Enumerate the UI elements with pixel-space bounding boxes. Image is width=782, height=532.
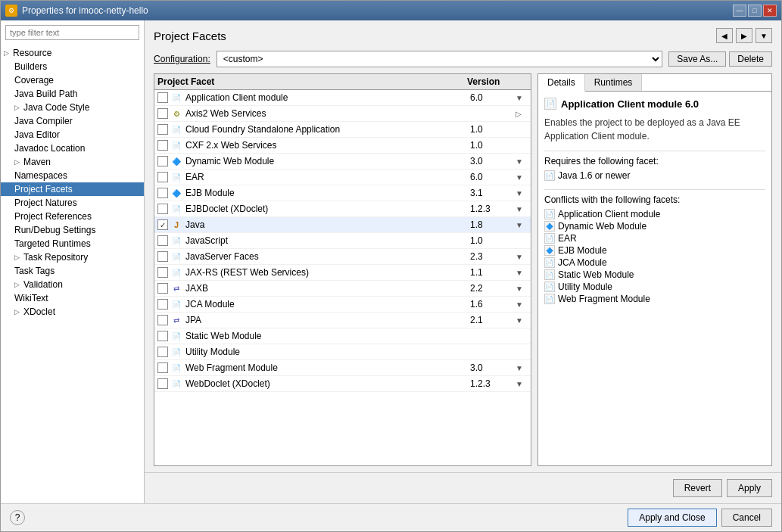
sidebar-item-label: Builders bbox=[14, 61, 47, 72]
sidebar-item-project-natures[interactable]: Project Natures bbox=[1, 196, 144, 210]
facet-row[interactable]: 📄 Application Client module 6.0 ▼ bbox=[154, 90, 531, 106]
sidebar-item-namespaces[interactable]: Namespaces bbox=[1, 169, 144, 182]
facet-checkbox[interactable] bbox=[157, 315, 168, 325]
panel-header: Project Facets ◀ ▶ ▼ bbox=[145, 20, 781, 48]
facet-checkbox[interactable] bbox=[157, 378, 168, 389]
facet-checkbox[interactable] bbox=[157, 251, 168, 262]
dropdown-arrow-icon[interactable]: ▼ bbox=[516, 189, 528, 198]
sidebar-item-xdoclet[interactable]: ▷ XDoclet bbox=[1, 305, 144, 319]
sidebar-item-java-code-style[interactable]: ▷ Java Code Style bbox=[1, 101, 144, 114]
dropdown-arrow-icon[interactable]: ▼ bbox=[516, 285, 528, 293]
facet-row[interactable]: ⚙ Axis2 Web Services ▷ bbox=[154, 106, 531, 122]
facet-checkbox[interactable] bbox=[157, 347, 168, 357]
facet-checkbox[interactable] bbox=[157, 362, 168, 373]
dropdown-arrow-icon[interactable]: ▼ bbox=[516, 364, 528, 372]
facet-row[interactable]: 📄 CXF 2.x Web Services 1.0 bbox=[154, 138, 531, 154]
dropdown-arrow-icon[interactable]: ▼ bbox=[516, 380, 528, 388]
cancel-button[interactable]: Cancel bbox=[721, 509, 772, 527]
dropdown-arrow-icon[interactable]: ▼ bbox=[516, 253, 528, 261]
sidebar-item-coverage[interactable]: Coverage bbox=[1, 73, 144, 87]
facet-checkbox[interactable] bbox=[157, 188, 168, 198]
revert-button[interactable]: Revert bbox=[673, 479, 722, 497]
minimize-button[interactable]: — bbox=[733, 5, 746, 17]
delete-button[interactable]: Delete bbox=[729, 51, 772, 67]
menu-button[interactable]: ▼ bbox=[756, 28, 772, 43]
list-item: 📄 Utility Module bbox=[544, 281, 765, 293]
facet-version: 2.1 bbox=[470, 315, 516, 325]
facet-row[interactable]: 📄 Web Fragment Module 3.0 ▼ bbox=[154, 360, 531, 376]
facet-checkbox[interactable] bbox=[157, 140, 168, 151]
facet-checkbox[interactable] bbox=[157, 108, 168, 119]
dropdown-arrow-icon[interactable]: ▼ bbox=[516, 157, 528, 166]
sidebar-item-java-compiler[interactable]: Java Compiler bbox=[1, 114, 144, 128]
tab-details[interactable]: Details bbox=[538, 74, 585, 92]
panel-title: Project Facets bbox=[154, 30, 226, 42]
facet-checkbox[interactable] bbox=[157, 283, 168, 294]
facet-checkbox[interactable] bbox=[157, 124, 168, 135]
dropdown-arrow-icon[interactable]: ▼ bbox=[516, 316, 528, 325]
facet-row[interactable]: ✓ J Java 1.8 ▼ bbox=[154, 217, 531, 233]
sidebar-item-run-debug-settings[interactable]: Run/Debug Settings bbox=[1, 223, 144, 237]
facet-row[interactable]: 📄 WebDoclet (XDoclet) 1.2.3 ▼ bbox=[154, 376, 531, 392]
filter-input[interactable] bbox=[5, 25, 139, 40]
save-as-button[interactable]: Save As... bbox=[668, 51, 726, 67]
sidebar-item-java-build-path[interactable]: Java Build Path bbox=[1, 87, 144, 101]
facet-row[interactable]: 📄 JAX-RS (REST Web Services) 1.1 ▼ bbox=[154, 265, 531, 281]
facet-row[interactable]: 📄 Utility Module bbox=[154, 344, 531, 360]
sidebar-item-resource[interactable]: ▷ Resource bbox=[1, 46, 144, 60]
sidebar-item-project-references[interactable]: Project References bbox=[1, 210, 144, 223]
facet-icon: 📄 bbox=[170, 250, 182, 263]
facet-checkbox[interactable]: ✓ bbox=[157, 219, 168, 230]
facet-row[interactable]: 🔷 EJB Module 3.1 ▼ bbox=[154, 185, 531, 201]
tab-runtimes[interactable]: Runtimes bbox=[585, 74, 643, 91]
dropdown-arrow-icon[interactable]: ▼ bbox=[516, 205, 528, 213]
close-button[interactable]: ✕ bbox=[763, 5, 777, 17]
facet-checkbox[interactable] bbox=[157, 267, 168, 278]
dropdown-arrow-icon[interactable]: ▼ bbox=[516, 300, 528, 309]
dropdown-arrow-icon[interactable]: ▼ bbox=[516, 221, 528, 229]
sidebar-item-task-repository[interactable]: ▷ Task Repository bbox=[1, 250, 144, 264]
facet-row[interactable]: ⇄ JAXB 2.2 ▼ bbox=[154, 281, 531, 297]
facet-row[interactable]: 📄 JavaScript 1.0 bbox=[154, 233, 531, 249]
sidebar-item-java-editor[interactable]: Java Editor bbox=[1, 128, 144, 142]
sidebar-item-project-facets[interactable]: Project Facets bbox=[1, 182, 144, 196]
right-panel: Project Facets ◀ ▶ ▼ Configuration: <cus… bbox=[145, 20, 781, 503]
sidebar-item-maven[interactable]: ▷ Maven bbox=[1, 155, 144, 169]
apply-button[interactable]: Apply bbox=[727, 479, 772, 497]
sidebar-item-javadoc-location[interactable]: Javadoc Location bbox=[1, 142, 144, 155]
facet-checkbox[interactable] bbox=[157, 235, 168, 246]
sidebar-item-validation[interactable]: ▷ Validation bbox=[1, 278, 144, 291]
sidebar-item-targeted-runtimes[interactable]: Targeted Runtimes bbox=[1, 237, 144, 250]
facet-row[interactable]: 📄 EAR 6.0 ▼ bbox=[154, 170, 531, 185]
facet-checkbox[interactable] bbox=[157, 92, 168, 103]
dropdown-arrow-icon[interactable]: ▼ bbox=[516, 94, 528, 102]
facet-checkbox[interactable] bbox=[157, 299, 168, 310]
facet-row[interactable]: 📄 JavaServer Faces 2.3 ▼ bbox=[154, 249, 531, 265]
sidebar-item-builders[interactable]: Builders bbox=[1, 60, 144, 73]
facet-checkbox[interactable] bbox=[157, 172, 168, 182]
facet-checkbox[interactable] bbox=[157, 331, 168, 341]
sidebar-item-wikitext[interactable]: WikiText bbox=[1, 291, 144, 305]
maximize-button[interactable]: □ bbox=[748, 5, 762, 17]
forward-button[interactable]: ▶ bbox=[736, 28, 752, 43]
facet-row[interactable]: 🔷 Dynamic Web Module 3.0 ▼ bbox=[154, 154, 531, 170]
facet-row[interactable]: 📄 Cloud Foundry Standalone Application 1… bbox=[154, 122, 531, 138]
dropdown-arrow-icon[interactable]: ▼ bbox=[516, 269, 528, 277]
facet-row[interactable]: 📄 Static Web Module bbox=[154, 328, 531, 344]
facet-checkbox[interactable] bbox=[157, 156, 168, 166]
facet-checkbox[interactable] bbox=[157, 204, 168, 214]
details-description: Enables the project to be deployed as a … bbox=[544, 116, 765, 143]
facet-row[interactable]: 📄 JCA Module 1.6 ▼ bbox=[154, 297, 531, 313]
sidebar-item-task-tags[interactable]: Task Tags bbox=[1, 264, 144, 278]
help-button[interactable]: ? bbox=[10, 510, 25, 525]
facet-row[interactable]: ⇄ JPA 2.1 ▼ bbox=[154, 313, 531, 328]
dropdown-arrow-icon[interactable]: ▼ bbox=[516, 173, 528, 182]
expand-arrow-icon[interactable]: ▷ bbox=[516, 110, 528, 118]
back-button[interactable]: ◀ bbox=[716, 28, 733, 43]
config-select[interactable]: <custom> bbox=[217, 51, 663, 67]
expand-arrow: ▷ bbox=[14, 104, 22, 111]
apply-close-button[interactable]: Apply and Close bbox=[628, 509, 716, 527]
list-item-icon: 🔷 bbox=[544, 221, 555, 232]
config-row: Configuration: <custom> Save As... Delet… bbox=[145, 48, 781, 73]
facet-row[interactable]: 📄 EJBDoclet (XDoclet) 1.2.3 ▼ bbox=[154, 201, 531, 217]
